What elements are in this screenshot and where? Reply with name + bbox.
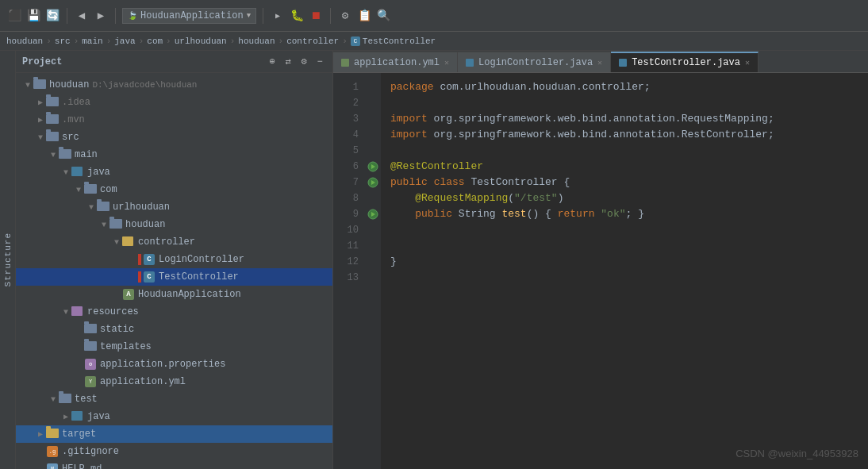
tree-item-houduan-app[interactable]: A HouduanApplication	[16, 286, 332, 303]
tab-application-yml[interactable]: application.yml ✕	[333, 52, 458, 72]
gutter-6[interactable]	[365, 159, 381, 175]
toolbar-icon-2[interactable]: 💾	[25, 8, 41, 24]
tree-item-houduan-sub[interactable]: ▼ houduan	[16, 216, 332, 233]
tree-item-app-yml[interactable]: Y application.yml	[16, 373, 332, 390]
tree-item-houduan-root[interactable]: ▼ houduan D:\javadcode\houduan	[16, 76, 332, 94]
toolbar-sep-4	[330, 8, 331, 24]
tree-item-src[interactable]: ▼ src	[16, 129, 332, 146]
label-src: src	[62, 132, 79, 143]
icon-app-props: ⚙	[84, 359, 97, 370]
panel-icon-minimize[interactable]: −	[313, 56, 326, 68]
gutter-7[interactable]	[365, 175, 381, 190]
breadcrumb-controller[interactable]: controller	[286, 37, 339, 46]
tree-item-test-controller[interactable]: C TestController	[16, 268, 332, 286]
gutter-9[interactable]	[365, 206, 381, 222]
code-line-10	[390, 222, 858, 238]
panel-header: Project ⊕ ⇄ ⚙ −	[16, 51, 332, 73]
toolbar-run-config[interactable]: ▶	[270, 8, 286, 24]
toolbar-settings[interactable]: ⚙	[337, 8, 353, 24]
breadcrumb-java[interactable]: java	[114, 37, 135, 46]
folder-icon-urlhouduan	[97, 202, 109, 213]
label-mvn: .mvn	[62, 114, 85, 125]
label-login-controller: LoginController	[159, 254, 244, 265]
run-icon-9	[367, 209, 378, 220]
tree-item-idea[interactable]: ▶ .idea	[16, 94, 332, 111]
app-dropdown[interactable]: 🍃 HouduanApplication ▼	[122, 8, 256, 24]
code-line-3: import org.springframework.web.bind.anno…	[390, 111, 858, 127]
tab-test-controller[interactable]: TestController.java ✕	[611, 52, 759, 72]
tab-close-test[interactable]: ✕	[745, 58, 750, 67]
breadcrumb-main[interactable]: main	[82, 37, 102, 46]
tree-item-test[interactable]: ▼ test	[16, 390, 332, 408]
breadcrumb-file[interactable]: C TestController	[351, 37, 436, 46]
red-marker-test	[138, 271, 141, 283]
tree-item-controller[interactable]: ▼ controller	[16, 233, 332, 251]
toolbar-debug[interactable]: 🐛	[289, 8, 305, 24]
arrow-test-folder: ▼	[48, 394, 59, 405]
folder-icon-com	[84, 184, 97, 195]
panel-icon-add[interactable]: ⊕	[266, 56, 278, 68]
folder-icon-src	[46, 132, 59, 143]
tree-item-gitignore[interactable]: .g .gitignore	[16, 443, 332, 460]
gutter-5	[365, 143, 381, 159]
toolbar-back[interactable]: ◀	[74, 8, 90, 24]
breadcrumb-houduan2[interactable]: houduan	[238, 37, 275, 46]
ln-9: 9	[333, 206, 359, 222]
java-icon-login: C	[143, 254, 156, 265]
folder-icon-templates	[84, 341, 97, 352]
tree-item-main[interactable]: ▼ main	[16, 146, 332, 163]
tree-item-java[interactable]: ▼ java	[16, 163, 332, 181]
code-line-5	[390, 143, 858, 159]
ln-3: 3	[333, 111, 359, 127]
ln-8: 8	[333, 190, 359, 206]
tab-close-login[interactable]: ✕	[597, 58, 602, 67]
toolbar-icon-3[interactable]: 🔄	[44, 8, 60, 24]
tab-icon-test-ctrl	[619, 59, 627, 67]
breadcrumb-com[interactable]: com	[147, 37, 163, 46]
ln-11: 11	[333, 238, 359, 254]
arrow-urlhouduan: ▼	[86, 202, 97, 213]
tree-item-templates[interactable]: templates	[16, 338, 332, 356]
toolbar-git[interactable]: 📋	[356, 8, 372, 24]
tree-item-mvn[interactable]: ▶ .mvn	[16, 111, 332, 129]
panel-icon-gear[interactable]: ⚙	[298, 56, 310, 68]
breadcrumb-houduan[interactable]: houduan	[6, 37, 43, 46]
tree-item-help[interactable]: M HELP.md	[16, 460, 332, 469]
app-name: HouduanApplication	[140, 10, 244, 21]
tree-item-app-props[interactable]: ⚙ application.properties	[16, 356, 332, 373]
tree-item-resources[interactable]: ▼ resources	[16, 303, 332, 321]
watermark: CSDN @weixin_44953928	[735, 448, 858, 459]
toolbar-stop[interactable]: ⏹	[308, 8, 324, 24]
arrow-app-props	[73, 359, 84, 370]
tree-item-java-test[interactable]: ▶ java	[16, 408, 332, 425]
tree-item-login-controller[interactable]: C LoginController	[16, 251, 332, 268]
breadcrumb-urlhouduan[interactable]: urlhouduan	[175, 37, 227, 46]
java-icon-test: C	[143, 271, 156, 283]
tree-item-urlhouduan[interactable]: ▼ urlhouduan	[16, 198, 332, 216]
tab-login-controller[interactable]: LoginController.java ✕	[458, 52, 611, 72]
breadcrumb-src[interactable]: src	[55, 37, 71, 46]
arrow-help	[35, 463, 46, 469]
toolbar-search[interactable]: 🔍	[375, 8, 391, 24]
arrow-java-test: ▶	[60, 411, 71, 422]
structure-tab[interactable]: Structure	[0, 51, 16, 469]
label-java: java	[87, 167, 110, 178]
code-content[interactable]: package com.urlhouduan.houduan.controlle…	[381, 73, 868, 469]
panel-icon-sync[interactable]: ⇄	[282, 56, 294, 68]
tree-item-com[interactable]: ▼ com	[16, 181, 332, 198]
tree-area[interactable]: ▼ houduan D:\javadcode\houduan ▶ .idea ▶…	[16, 73, 332, 469]
toolbar-icon-1[interactable]: ⬛	[6, 8, 22, 24]
label-controller: controller	[138, 236, 195, 248]
ln-2: 2	[333, 95, 359, 111]
code-line-11	[390, 238, 858, 254]
gutter-10	[365, 222, 381, 238]
folder-icon-houduan	[33, 79, 46, 90]
toolbar-forward[interactable]: ▶	[93, 8, 109, 24]
tree-item-target[interactable]: ▶ target	[16, 425, 332, 443]
ln-5: 5	[333, 143, 359, 159]
label-gitignore: .gitignore	[62, 446, 119, 457]
path-houduan: D:\javadcode\houduan	[92, 80, 197, 90]
main-layout: Structure Project ⊕ ⇄ ⚙ − ▼ houduan D:\j…	[0, 51, 868, 469]
tab-close-yml[interactable]: ✕	[444, 58, 449, 67]
tree-item-static[interactable]: static	[16, 321, 332, 338]
